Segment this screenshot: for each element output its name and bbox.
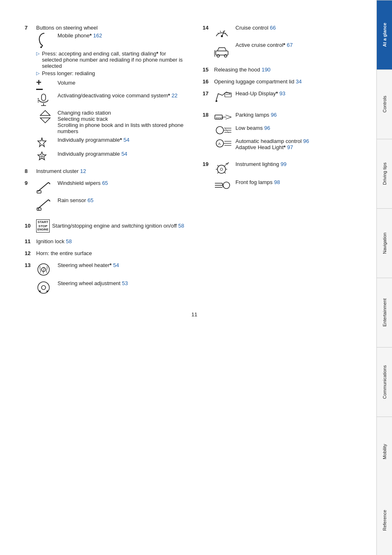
- svg-point-56: [223, 182, 230, 189]
- section-11: 11 Ignition lock 58: [25, 238, 186, 244]
- volume-text: Volume: [58, 78, 186, 86]
- svg-point-5: [38, 100, 39, 101]
- svg-text:EDO: EDO: [216, 116, 223, 120]
- section-number-16: 16: [203, 78, 214, 85]
- radio-text: Changing radio station Selecting music t…: [58, 110, 186, 134]
- svg-text:*: *: [226, 163, 228, 167]
- radio-item: Changing radio station Selecting music t…: [36, 110, 186, 134]
- start-stop-icon: START STOP ENGINE: [36, 219, 50, 233]
- svg-marker-9: [38, 138, 46, 147]
- svg-line-49: [217, 172, 219, 173]
- windshield-item: Windshield wipers 65: [36, 180, 186, 194]
- cruise-control-text: Cruise control 66: [235, 25, 364, 31]
- sidebar-tab-navigation[interactable]: Navigation: [377, 208, 392, 278]
- svg-point-21: [221, 35, 223, 37]
- section-number-14: 14: [203, 25, 214, 31]
- section-15: 15 Releasing the hood 190: [203, 67, 364, 73]
- sidebar-tab-driving-tips[interactable]: Driving tips: [377, 139, 392, 208]
- bullet-1: ▷ Press: accepting and ending call, star…: [36, 51, 186, 69]
- section-number-15: 15: [203, 67, 214, 73]
- sidebar-tab-controls[interactable]: Controls: [377, 69, 392, 139]
- auto-headlamp-item: A Automatic headlamp control 96 Adaptive…: [214, 138, 364, 153]
- low-beams-text: Low beams 96: [235, 125, 364, 131]
- section-number-19: 19: [203, 161, 214, 167]
- active-cruise-item: Active cruise control* 67: [214, 42, 364, 58]
- prog1-item: Individually programmable* 54: [36, 137, 186, 148]
- sidebar: At a glance Controls Driving tips Naviga…: [376, 0, 392, 555]
- rain-sensor-icon: A: [36, 197, 54, 211]
- head-up-text: Head-Up Display* 93: [235, 90, 285, 97]
- svg-rect-22: [216, 51, 228, 55]
- svg-rect-12: [37, 191, 41, 193]
- sidebar-tab-at-a-glance[interactable]: At a glance: [377, 0, 392, 69]
- parking-lamps-item: EDO Parking lamps 96: [214, 112, 364, 122]
- section-title-16: Opening luggage compartment lid 34: [214, 78, 302, 85]
- svg-point-0: [40, 46, 42, 48]
- low-beams-icon: [214, 125, 232, 136]
- sidebar-tab-entertainment[interactable]: Entertainment: [377, 278, 392, 347]
- section-18: 18 EDO: [203, 112, 364, 155]
- right-column: 14: [198, 25, 364, 303]
- radio-icons: [36, 110, 54, 124]
- instrument-lighting-icon: *: [214, 161, 232, 176]
- svg-text:A: A: [38, 208, 40, 211]
- sidebar-tab-mobility[interactable]: Mobility: [377, 417, 392, 486]
- svg-marker-8: [40, 118, 50, 123]
- steering-adjustment-icon: [36, 280, 54, 295]
- steering-heater-item: Steering wheel heater* 54: [36, 262, 186, 277]
- steering-heater-icon: [36, 262, 54, 277]
- auto-headlamp-text: Automatic headlamp control 96 Adaptive H…: [235, 138, 364, 150]
- svg-point-19: [39, 290, 41, 292]
- parking-lamps-icon: EDO: [214, 112, 232, 122]
- svg-point-4: [38, 98, 39, 99]
- sidebar-tab-communications[interactable]: Communications: [377, 347, 392, 417]
- svg-text:A: A: [218, 142, 221, 146]
- rain-sensor-item: A Rain sensor 65: [36, 197, 186, 211]
- head-up-icon: [214, 90, 232, 104]
- section-number-9: 9: [25, 180, 36, 186]
- volume-item: + Volume: [36, 78, 186, 90]
- section-17: 17 Head-Up Display* 9: [203, 90, 364, 106]
- section-number-11: 11: [25, 238, 36, 244]
- section-8: 8 Instrument cluster 12: [25, 168, 186, 174]
- prog2-icon: [36, 151, 54, 162]
- mobile-phone-bullets: ▷ Press: accepting and ending call, star…: [36, 51, 186, 76]
- section-13: 13: [25, 262, 186, 297]
- svg-point-20: [46, 290, 48, 292]
- section-number-12: 12: [25, 250, 36, 256]
- section-number-18: 18: [203, 112, 214, 118]
- bullet-arrow-2: ▷: [36, 71, 39, 76]
- section-title-15: Releasing the hood 190: [214, 67, 270, 73]
- mobile-phone-item: Mobile phone* 162: [36, 32, 186, 48]
- active-cruise-icon: [214, 42, 232, 58]
- volume-icon: +: [36, 78, 54, 90]
- main-content: 7 Buttons on steering wheel Mobile phone…: [0, 0, 376, 555]
- section-number-10: 10: [25, 223, 36, 229]
- voice-command-text: Activating/deactivating voice command sy…: [58, 92, 186, 99]
- svg-line-32: [226, 117, 231, 119]
- section-19: 19: [203, 161, 364, 194]
- rain-sensor-text: Rain sensor 65: [58, 197, 186, 203]
- plus-icon: +: [36, 78, 42, 87]
- instrument-lighting-text: Instrument lighting 99: [235, 161, 364, 167]
- section-number-17: 17: [203, 90, 214, 97]
- mobile-phone-icon: [36, 32, 54, 48]
- steering-adjustment-item: Steering wheel adjustment 53: [36, 280, 186, 295]
- section-title-7: Buttons on steering wheel: [36, 25, 98, 31]
- cruise-control-item: Cruise control 66: [214, 25, 364, 39]
- fog-lamps-icon: [214, 179, 232, 191]
- svg-rect-1: [42, 94, 46, 101]
- prog1-text: Individually programmable* 54: [58, 137, 186, 143]
- section-12: 12 Horn: the entire surface: [25, 250, 186, 256]
- page-number: 11: [25, 311, 364, 318]
- svg-marker-7: [40, 111, 50, 115]
- svg-line-47: [217, 165, 219, 166]
- sidebar-tab-reference[interactable]: Reference: [377, 486, 392, 555]
- svg-line-31: [226, 115, 231, 117]
- section-title-10: Starting/stopping engine and switching i…: [52, 223, 184, 229]
- parking-lamps-text: Parking lamps 96: [235, 112, 364, 118]
- section-number-13: 13: [25, 262, 36, 268]
- left-column: 7 Buttons on steering wheel Mobile phone…: [25, 25, 190, 303]
- voice-command-item: Activating/deactivating voice command sy…: [36, 92, 186, 107]
- fog-lamps-item: Front fog lamps 98: [214, 179, 364, 191]
